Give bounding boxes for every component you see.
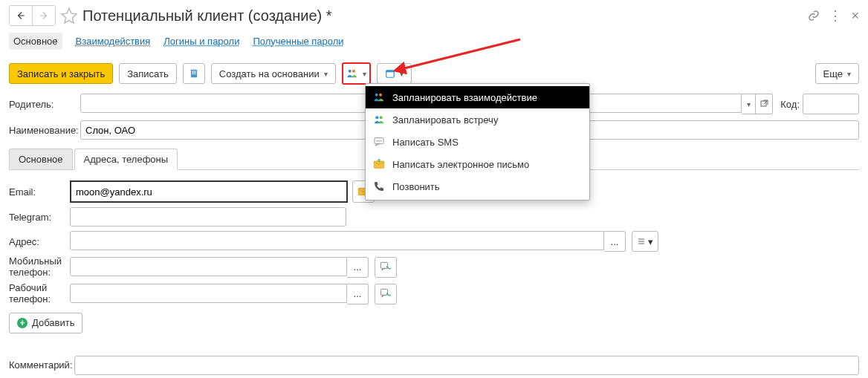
menu-item-plan-interaction[interactable]: Запланировать взаимодействие	[366, 86, 589, 108]
svg-point-19	[380, 140, 382, 142]
envelope-arrow-icon	[373, 158, 385, 170]
sms-icon	[373, 136, 385, 148]
more-label: Еще	[823, 68, 843, 79]
add-contact-label: Добавить	[32, 317, 74, 328]
svg-rect-11	[380, 289, 387, 295]
calendar-icon	[385, 68, 395, 79]
svg-point-13	[379, 94, 382, 97]
parent-open-button[interactable]	[756, 94, 773, 114]
create-based-on-label: Создать на основании	[219, 68, 320, 79]
favorite-star-icon[interactable]	[60, 7, 78, 25]
svg-rect-2	[192, 72, 196, 73]
work-phone-input[interactable]	[70, 284, 347, 303]
svg-rect-1	[192, 71, 196, 72]
open-external-icon	[760, 100, 768, 108]
calendar-dropdown-button[interactable]: ▾	[377, 63, 412, 84]
plan-interaction-dropdown-button[interactable]: ▾	[342, 62, 371, 85]
menu-item-label: Написать SMS	[392, 137, 459, 148]
svg-point-18	[378, 140, 380, 142]
name-label: Наименование:	[9, 125, 80, 136]
page-title: Потенциальный клиент (создание) *	[82, 7, 332, 25]
mobile-phone-label: Мобильный телефон:	[9, 256, 70, 278]
svg-point-17	[376, 140, 378, 142]
menu-item-label: Позвонить	[392, 181, 440, 192]
svg-point-15	[380, 116, 383, 119]
chevron-down-icon: ▾	[324, 70, 328, 78]
chevron-down-icon: ▾	[400, 70, 404, 78]
menu-item-write-email[interactable]: Написать электронное письмо	[366, 153, 589, 175]
nav-tab-main[interactable]: Основное	[9, 33, 62, 50]
menu-item-label: Запланировать встречу	[392, 114, 498, 126]
interaction-dropdown-menu: Запланировать взаимодействие Запланирова…	[365, 83, 590, 201]
nav-forward-button[interactable]	[32, 6, 55, 25]
menu-item-write-sms[interactable]: Написать SMS	[366, 131, 589, 153]
more-button[interactable]: Еще ▾	[815, 63, 859, 84]
menu-item-call[interactable]: Позвонить	[366, 175, 589, 198]
document-icon	[189, 68, 199, 79]
parent-dropdown-button[interactable]: ▾	[742, 94, 756, 114]
phone-bubble-icon	[380, 261, 392, 273]
address-list-button[interactable]: ▾	[632, 231, 658, 252]
code-label: Код:	[780, 99, 800, 110]
address-label: Адрес:	[9, 236, 70, 247]
arrow-left-icon	[16, 10, 26, 21]
add-contact-button[interactable]: + Добавить	[9, 313, 82, 333]
work-call-button[interactable]	[375, 284, 397, 304]
work-phone-label: Рабочий телефон:	[9, 283, 70, 305]
work-phone-open-button[interactable]: ...	[347, 284, 369, 304]
svg-point-14	[375, 116, 378, 119]
create-based-on-button[interactable]: Создать на основании ▾	[211, 63, 336, 84]
menu-item-plan-meeting[interactable]: Запланировать встречу	[366, 108, 589, 131]
users-group-icon	[346, 68, 358, 79]
parent-label: Родитель:	[9, 99, 80, 110]
phone-bubble-icon	[380, 288, 392, 300]
svg-rect-3	[192, 74, 196, 74]
plus-icon: +	[17, 318, 27, 328]
arrow-right-icon	[39, 10, 49, 21]
telegram-input[interactable]	[70, 207, 346, 227]
save-button[interactable]: Записать	[119, 63, 177, 84]
address-input[interactable]	[70, 231, 604, 250]
svg-point-12	[375, 94, 378, 97]
mobile-call-button[interactable]	[375, 257, 397, 278]
comment-label: Комментарий:	[9, 359, 74, 371]
link-icon[interactable]	[808, 10, 820, 22]
menu-item-label: Запланировать взаимодействие	[392, 92, 537, 103]
chevron-down-icon: ▾	[648, 236, 653, 247]
svg-rect-7	[386, 71, 394, 72]
svg-rect-10	[380, 262, 387, 268]
tab-main[interactable]: Основное	[9, 149, 73, 169]
report-button[interactable]	[183, 63, 205, 84]
users-group-icon	[373, 91, 385, 103]
chevron-down-icon: ▾	[847, 70, 851, 78]
phone-icon	[373, 180, 385, 192]
mobile-phone-input[interactable]	[70, 257, 347, 276]
email-input[interactable]	[70, 180, 348, 203]
svg-point-4	[348, 70, 351, 73]
mobile-phone-open-button[interactable]: ...	[347, 257, 369, 278]
svg-rect-8	[761, 101, 766, 106]
nav-link-logins[interactable]: Логины и пароли	[163, 36, 239, 47]
save-close-button[interactable]: Записать и закрыть	[9, 63, 113, 84]
email-label: Email:	[9, 186, 70, 198]
nav-back-button[interactable]	[10, 6, 32, 25]
svg-point-5	[352, 70, 355, 73]
list-icon	[637, 237, 646, 246]
nav-link-interactions[interactable]: Взаимодействия	[76, 36, 151, 47]
kebab-menu-icon[interactable]: ⋮	[829, 7, 842, 24]
nav-link-passwords[interactable]: Полученные пароли	[253, 36, 343, 47]
menu-item-label: Написать электронное письмо	[392, 159, 529, 170]
chevron-down-icon: ▾	[363, 70, 366, 78]
telegram-label: Telegram:	[9, 212, 70, 223]
users-pair-icon	[373, 114, 385, 126]
address-open-button[interactable]: ...	[604, 231, 626, 252]
code-input[interactable]	[803, 94, 859, 114]
tab-addresses[interactable]: Адреса, телефоны	[74, 149, 178, 170]
close-button[interactable]: ×	[851, 8, 859, 24]
comment-input[interactable]	[74, 356, 859, 375]
